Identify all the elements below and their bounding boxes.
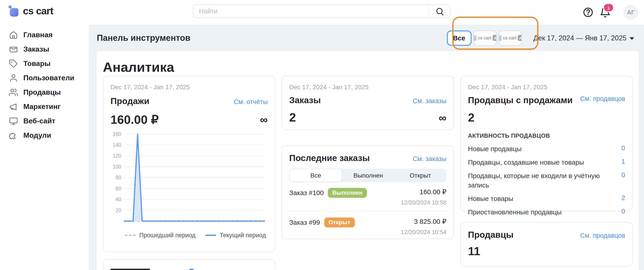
stat-row: Приостановленные продавцы 0 (468, 205, 625, 218)
chart-legend: Прошедший период Текущий период (110, 232, 268, 239)
user-icon (9, 73, 18, 82)
search-icon (435, 6, 444, 16)
megaphone-icon (9, 102, 18, 111)
sales-value: 160.00 ₽ (110, 113, 159, 127)
svg-text:140: 140 (113, 142, 121, 148)
svg-text:160: 160 (113, 131, 121, 137)
column-3: Dec 17, 2024 - Jan 17, 2025 Продавцы с п… (460, 76, 633, 267)
logo-text: cs cart (23, 5, 53, 17)
dotted-line-swatch (125, 235, 136, 236)
top-header: cs cart 1 АГ (0, 0, 644, 25)
orders-value: 2 (289, 111, 296, 125)
store-logo-mark (498, 35, 502, 41)
home-icon (9, 30, 18, 39)
notification-count-badge: 1 (603, 3, 614, 12)
sidebar-item-vendors[interactable]: Продавцы (0, 85, 89, 100)
status-badge: Выполнен (328, 188, 367, 198)
svg-text:120: 120 (113, 153, 121, 159)
tag-icon (9, 59, 18, 68)
cs-cart-logo[interactable]: cs cart (9, 5, 53, 17)
tab-completed[interactable]: Выполнен (342, 169, 394, 182)
vendor-activity-list: Новые продавцы 0 Продавцы, создавшие нов… (468, 142, 625, 218)
svg-text:40: 40 (116, 197, 121, 202)
legend-current-period: Текущий период (206, 232, 266, 239)
see-vendors-link[interactable]: См. продавцов (580, 95, 625, 102)
see-reports-link[interactable]: См. отчёты (234, 98, 268, 105)
svg-text:100: 100 (113, 164, 121, 170)
stat-row: Продавцы, создавшие новые товары 1 (468, 155, 625, 169)
storefront-store2-button[interactable]: cs cart Демо (498, 30, 522, 45)
users-icon (9, 88, 18, 97)
sidebar-item-orders[interactable]: Заказы (0, 42, 89, 56)
toolbar: Панель инструментов Все cs cart Демо cs … (90, 25, 644, 51)
partial-card (103, 259, 275, 270)
order-row[interactable]: Заказ #99 Открыт 3 825.00 ₽ 12/20/2024 1… (289, 218, 446, 236)
sales-card: Dec 17, 2024 - Jan 17, 2025 Продажи См. … (103, 76, 275, 252)
sales-card-title: Продажи (110, 96, 149, 106)
column-1: Dec 17, 2024 - Jan 17, 2025 Продажи См. … (103, 76, 275, 270)
stat-row: Новые продавцы 0 (468, 142, 625, 155)
stat-row: Продавцы, которые не входили в учётную з… (468, 169, 625, 192)
sidebar-item-modules[interactable]: Модули (0, 128, 89, 143)
page-title: Панель инструментов (97, 33, 190, 43)
store-logo-mark (473, 35, 476, 41)
svg-text:80: 80 (116, 175, 121, 181)
see-vendors-link[interactable]: См. продавцов (580, 232, 625, 239)
card-period: Dec 17, 2024 - Jan 17, 2025 (468, 83, 625, 91)
vendors-title: Продавцы (468, 230, 514, 240)
content-panel: Аналитика Dec 17, 2024 - Jan 17, 2025 Пр… (96, 51, 638, 270)
vendors-sales-value: 2 (468, 111, 474, 125)
sidebar-item-marketing[interactable]: Маркетинг (0, 100, 89, 114)
tab-all[interactable]: Все (289, 169, 342, 182)
order-row[interactable]: Заказ #100 Выполнен 160.00 ₽ 12/20/2024 … (289, 188, 446, 206)
demo-badge: Демо (518, 35, 522, 41)
main-area: Панель инструментов Все cs cart Демо cs … (90, 25, 644, 270)
search-input[interactable] (193, 4, 450, 18)
status-badge: Открыт (324, 218, 355, 227)
global-search (193, 4, 450, 18)
infinity-comparison: ∞ (260, 114, 268, 125)
see-orders-link[interactable]: См. заказы (413, 155, 446, 162)
help-button[interactable] (582, 6, 594, 18)
storefront-all-button[interactable]: Все (446, 30, 471, 45)
sidebar: Главная Заказы Товары Пользователи Прода… (0, 25, 89, 270)
legend-past-period: Прошедший период (125, 232, 196, 239)
storefront-switcher: Все cs cart Демо cs cart Демо (446, 30, 522, 45)
monitor-icon (9, 117, 18, 126)
sidebar-item-users[interactable]: Пользователи (0, 71, 89, 85)
demo-badge: Демо (493, 35, 497, 41)
avatar[interactable]: АГ (623, 5, 638, 20)
partial-card-link-sliver (188, 269, 194, 270)
search-button[interactable] (429, 5, 450, 17)
card-period: Dec 17, 2024 - Jan 17, 2025 (110, 83, 268, 91)
puzzle-icon (9, 131, 18, 140)
divider (289, 211, 446, 212)
help-icon (582, 6, 594, 18)
orders-card-title: Заказы (289, 95, 321, 105)
see-orders-link[interactable]: См. заказы (413, 97, 446, 104)
infinity-comparison: ∞ (439, 112, 446, 123)
card-period: Dec 17, 2024 - Jan 17, 2025 (289, 83, 446, 91)
solid-line-swatch (206, 235, 216, 236)
app-root: cs cart 1 АГ (0, 0, 644, 270)
vendors-sales-card: Dec 17, 2024 - Jan 17, 2025 Продавцы с п… (460, 76, 633, 211)
recent-orders-title: Последние заказы (289, 153, 370, 163)
order-status-tabs: Все Выполнен Открыт (289, 169, 446, 182)
recent-orders-card: Последние заказы См. заказы Все Выполнен… (282, 145, 454, 239)
svg-text:60: 60 (116, 186, 121, 192)
vendors-card: Продавцы См. продавцов 11 (460, 222, 633, 267)
chevron-down-icon (630, 37, 634, 40)
vendor-activity-section-title: АКТИВНОСТЬ ПРОДАВЦОВ (468, 132, 625, 139)
vendors-sales-title: Продавцы с продажами (468, 95, 572, 105)
orders-card: Dec 17, 2024 - Jan 17, 2025 Заказы См. з… (282, 76, 454, 130)
cs-cart-logo-icon (9, 6, 19, 16)
notifications-button[interactable]: 1 (599, 6, 611, 18)
sidebar-item-products[interactable]: Товары (0, 56, 89, 71)
tab-open[interactable]: Открыт (394, 169, 446, 182)
sidebar-item-home[interactable]: Главная (0, 28, 89, 42)
analytics-title: Аналитика (103, 58, 633, 76)
sales-chart: 160 140 120 100 80 60 40 20 (110, 131, 267, 228)
date-range-picker[interactable]: Дек 17, 2024 — Янв 17, 2025 (533, 34, 634, 42)
storefront-store1-button[interactable]: cs cart Демо (473, 30, 496, 45)
sidebar-item-website[interactable]: Веб-сайт (0, 114, 89, 128)
